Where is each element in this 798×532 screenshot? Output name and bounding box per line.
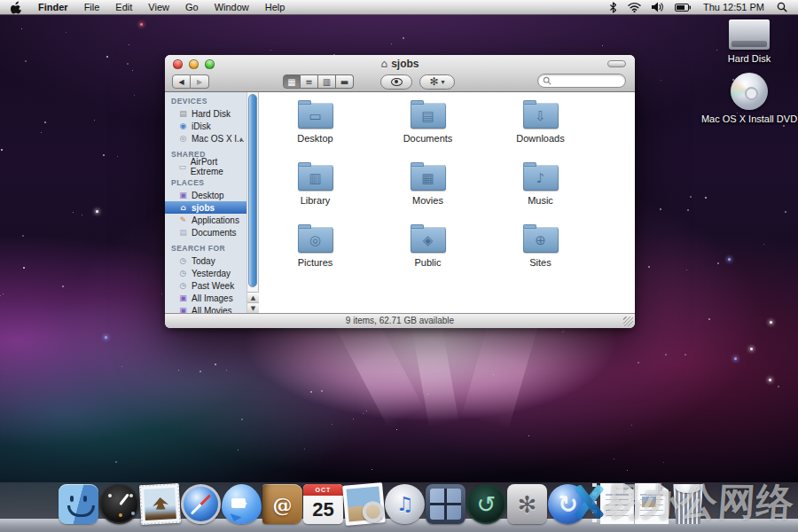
folder-documents[interactable]: ▤Documents <box>372 99 484 161</box>
sidebar-item-label: Mac OS X I... <box>192 134 244 144</box>
scroll-down-button[interactable]: ▼ <box>247 302 259 313</box>
wifi-icon[interactable] <box>624 2 645 12</box>
sidebar-item-documents[interactable]: ▤Documents <box>165 226 246 239</box>
menu-edit[interactable]: Edit <box>107 0 140 14</box>
dock-icon-spaces[interactable] <box>426 484 466 524</box>
scroll-up-button[interactable]: ▲ <box>247 292 259 302</box>
sidebar-item-today[interactable]: ◷Today <box>165 254 246 267</box>
sidebar-item-desktop[interactable]: ▣Desktop <box>165 189 246 201</box>
star <box>627 470 628 471</box>
star <box>3 293 4 294</box>
star <box>134 95 135 96</box>
scrollbar-thumb[interactable] <box>248 94 257 287</box>
menu-window[interactable]: Window <box>207 0 257 14</box>
desktop-icon-label: Mac OS X Install DVD <box>693 113 798 124</box>
desktop-icon-hard-disk[interactable]: Hard Disk <box>707 20 792 64</box>
folder-sites[interactable]: ⊕Sites <box>484 223 597 286</box>
window-titlebar[interactable]: ⌂sjobs ◀ ▶ ▦ ≡ ▥ ▬ ✻ ▾ <box>165 55 635 92</box>
folder-desktop[interactable]: ▭Desktop <box>259 99 372 161</box>
trash-icon-detail <box>675 481 701 493</box>
sidebar-item-hard-disk[interactable]: ▤Hard Disk <box>165 107 246 120</box>
library-glyph-icon: ▥ <box>298 165 333 191</box>
back-button[interactable]: ◀ <box>172 74 191 89</box>
desktop-icon-install-dvd[interactable]: Mac OS X Install DVD <box>693 73 798 124</box>
sidebar-item-sjobs[interactable]: ⌂sjobs <box>165 201 246 214</box>
star <box>687 209 689 211</box>
dock-icon-safari[interactable] <box>181 484 221 524</box>
star <box>353 419 354 419</box>
search-input[interactable] <box>537 74 626 88</box>
star <box>215 364 216 365</box>
star <box>638 362 639 364</box>
eject-icon[interactable]: ▴ <box>239 135 243 143</box>
dock-icon-time-machine[interactable]: ↺ <box>466 484 506 524</box>
dock-icon-stack-documents[interactable] <box>600 483 634 524</box>
dock-icon-finder[interactable] <box>59 484 98 524</box>
coverflow-view-button[interactable]: ▬ <box>336 74 354 89</box>
dock-icon-software-update[interactable]: ↻ <box>548 484 588 524</box>
star <box>614 458 614 459</box>
spotlight-icon[interactable] <box>773 2 791 12</box>
forward-button[interactable]: ▶ <box>191 74 209 89</box>
dock-icon-itunes[interactable]: ♫ <box>385 484 425 524</box>
dock-icon-preview[interactable] <box>342 482 386 526</box>
menu-help[interactable]: Help <box>257 0 293 14</box>
sidebar-item-past-week[interactable]: ◷Past Week <box>165 279 246 292</box>
star <box>117 156 118 157</box>
dock-icon-trash[interactable] <box>669 482 707 524</box>
folder-public[interactable]: ◈Public <box>372 223 484 286</box>
folder-movies[interactable]: ▦Movies <box>372 161 484 223</box>
bluetooth-icon[interactable] <box>606 2 621 13</box>
volume-icon[interactable] <box>648 2 668 12</box>
folder-downloads[interactable]: ⇩Downloads <box>484 99 597 161</box>
dock-icon-stack-downloads[interactable] <box>635 483 669 524</box>
menu-view[interactable]: View <box>140 0 177 14</box>
dock-icon-mail[interactable] <box>139 483 181 525</box>
menu-go[interactable]: Go <box>177 0 207 14</box>
dock-icon-dashboard[interactable] <box>99 484 139 524</box>
sidebar-section-search-for: SEARCH FOR <box>165 243 246 254</box>
folder-label: Downloads <box>484 133 597 144</box>
sidebar-item-airport-extreme[interactable]: ▭AirPort Extreme <box>165 160 246 173</box>
folder-label: Public <box>372 257 484 268</box>
list-view-button[interactable]: ≡ <box>301 74 318 89</box>
battery-icon[interactable] <box>671 4 694 12</box>
action-menu-button[interactable]: ✻ ▾ <box>419 74 455 90</box>
sidebar-section-devices: DEVICES <box>165 96 246 107</box>
dock-icon-address-book[interactable]: @ <box>262 484 302 524</box>
toolbar-toggle-button[interactable] <box>607 60 626 67</box>
column-view-button[interactable]: ▥ <box>318 74 336 89</box>
preview-icon-detail <box>346 486 381 521</box>
folder-pictures[interactable]: ◎Pictures <box>259 223 372 286</box>
menu-clock[interactable]: Thu 12:51 PM <box>698 2 770 12</box>
sidebar-scrollbar[interactable]: ▲ ▼ <box>247 92 259 313</box>
menu-finder[interactable]: Finder <box>30 0 76 14</box>
folder-label: Pictures <box>259 257 372 268</box>
apple-menu[interactable] <box>0 1 30 14</box>
sidebar-item-mac-os-x-i-[interactable]: ◎Mac OS X I...▴ <box>165 132 246 145</box>
sidebar-item-applications[interactable]: ✎Applications <box>165 214 246 226</box>
system-preferences-icon-detail: ✻ <box>507 484 547 524</box>
folder-music[interactable]: ♪Music <box>484 161 597 223</box>
dock-icon-system-preferences[interactable]: ✻ <box>507 484 547 524</box>
star <box>115 461 117 463</box>
icon-view-button[interactable]: ▦ <box>283 74 301 89</box>
star <box>310 391 312 393</box>
resize-grip[interactable] <box>623 317 633 326</box>
sidebar-item-idisk[interactable]: ◉iDisk <box>165 120 246 132</box>
sidebar-item-label: iDisk <box>192 121 211 131</box>
star <box>783 125 785 127</box>
menu-file[interactable]: File <box>76 0 108 14</box>
sidebar-item-all-images[interactable]: ▣All Images <box>165 292 246 304</box>
dock-icon-ichat[interactable] <box>222 484 262 524</box>
star <box>304 449 305 450</box>
star <box>690 196 692 198</box>
quick-look-button[interactable] <box>380 74 412 90</box>
star <box>660 208 661 210</box>
sidebar-item-all-movies[interactable]: ▣All Movies <box>165 304 246 313</box>
sidebar-item-label: Desktop <box>192 191 224 200</box>
star <box>161 293 162 294</box>
folder-library[interactable]: ▥Library <box>259 161 372 223</box>
sidebar-item-yesterday[interactable]: ◷Yesterday <box>165 267 246 279</box>
dock-icon-ical[interactable]: OCT25 <box>303 484 343 524</box>
